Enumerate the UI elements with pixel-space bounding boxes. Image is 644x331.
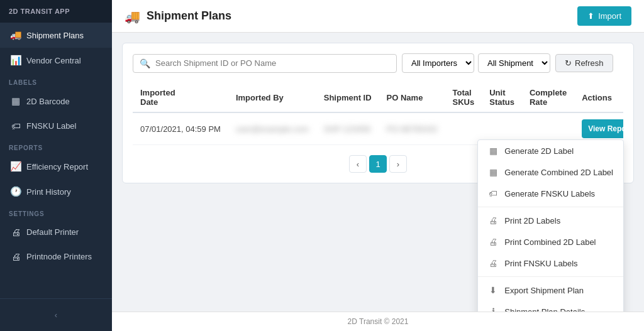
sidebar-item-label: Print History	[26, 187, 71, 197]
po-name-value: PO-98765432	[387, 124, 438, 134]
dropdown-item-print-combined-2d[interactable]: 🖨 Print Combined 2D Label	[478, 231, 623, 252]
col-imported-by: Imported By	[228, 83, 316, 112]
col-unit-status: UnitStatus	[482, 83, 522, 112]
sidebar-item-label: Default Printer	[26, 227, 79, 237]
labels-section: LABELS	[0, 73, 112, 89]
import-button[interactable]: ⬆ Import	[577, 6, 631, 26]
page-truck-icon: 🚚	[125, 9, 140, 24]
dropdown-label: Generate Combined 2D Label	[504, 168, 613, 177]
dropdown-label: Generate FNSKU Labels	[504, 189, 595, 198]
shipment-id-value: SHP-123456	[324, 124, 370, 134]
table-wrap: ImportedDate Imported By Shipment ID PO …	[133, 83, 623, 145]
dropdown-item-print-2d[interactable]: 🖨 Print 2D Labels	[478, 210, 623, 231]
sidebar-item-label: FNSKU Label	[26, 121, 76, 131]
view-report-button[interactable]: View Report	[582, 119, 623, 138]
download-icon: ⬇	[488, 285, 498, 295]
page-1-button[interactable]: 1	[369, 155, 387, 173]
sidebar-item-shipment-plans[interactable]: 🚚 Shipment Plans	[0, 23, 112, 48]
truck-icon: 🚚	[10, 30, 21, 41]
imported-by-value: user@example.com	[236, 124, 309, 134]
page-prev-button[interactable]: ‹	[349, 155, 367, 173]
dropdown-item-export-shipment[interactable]: ⬇ Export Shipment Plan	[478, 279, 623, 301]
actions-dropdown-menu: ▦ Generate 2D Label ▦ Generate Combined …	[477, 139, 624, 312]
sidebar-item-fnsku-label[interactable]: 🏷 FNSKU Label	[0, 114, 112, 138]
cell-shipment-id: SHP-123456	[316, 112, 379, 145]
page-title: Shipment Plans	[147, 9, 231, 23]
sidebar-item-label: 2D Barcode	[26, 97, 70, 106]
importers-select[interactable]: All Importers	[402, 53, 474, 73]
reports-section: REPORTS	[0, 138, 112, 154]
col-complete-rate: CompleteRate	[522, 83, 574, 112]
dropdown-item-shipment-details[interactable]: ℹ Shipment Plan Details	[478, 301, 623, 312]
sidebar-item-2d-barcode[interactable]: ▦ 2D Barcode	[0, 89, 112, 114]
col-shipment-id: Shipment ID	[316, 83, 379, 112]
page-title-row: 🚚 Shipment Plans	[125, 9, 231, 24]
sidebar-item-default-printer[interactable]: 🖨 Default Printer	[0, 220, 112, 244]
select-group: All Importers All Shipment	[402, 53, 550, 73]
printer-icon: 🖨	[10, 227, 21, 237]
dropdown-item-gen-combined-2d[interactable]: ▦ Generate Combined 2D Label	[478, 161, 623, 183]
sidebar-item-print-history[interactable]: 🕐 Print History	[0, 179, 112, 204]
divider-2	[478, 276, 623, 277]
print2-icon: 🖨	[488, 237, 498, 247]
action-btn-group: View Report ›	[582, 119, 623, 138]
col-total-skus: TotalSKUs	[445, 83, 482, 112]
col-imported-date: ImportedDate	[133, 83, 228, 112]
cell-imported-by: user@example.com	[228, 112, 316, 145]
footer-text: 2D Transit © 2021	[348, 317, 409, 326]
dropdown-label: Print FNSKU Labels	[504, 259, 577, 268]
dropdown-label: Print Combined 2D Label	[504, 237, 596, 247]
sidebar-item-label: Efficiency Report	[26, 162, 88, 171]
chart-bar-icon: 📈	[10, 161, 21, 172]
chevron-left-icon: ‹	[55, 310, 57, 320]
sidebar-item-printnode-printers[interactable]: 🖨 Printnode Printers	[0, 244, 112, 269]
content-area: 🔍 All Importers All Shipment ↻ Refresh	[112, 33, 644, 312]
dropdown-label: Shipment Plan Details	[504, 307, 585, 312]
barcode2-icon: ▦	[488, 146, 498, 156]
print3-icon: 🖨	[488, 258, 498, 268]
sidebar-item-label: Vendor Central	[26, 56, 81, 65]
shipment-table: ImportedDate Imported By Shipment ID PO …	[133, 83, 623, 145]
refresh-label: Refresh	[575, 58, 604, 68]
sidebar-collapse-button[interactable]: ‹	[0, 305, 112, 325]
cell-total-skus	[445, 112, 482, 145]
import-icon: ⬆	[587, 11, 594, 21]
sidebar-item-label: Shipment Plans	[26, 31, 84, 40]
import-label: Import	[598, 11, 621, 21]
search-input[interactable]	[155, 58, 390, 68]
cell-imported-date: 07/01/2021, 04:59 PM	[133, 112, 228, 145]
page-header: 🚚 Shipment Plans ⬆ Import	[112, 0, 644, 33]
chart-icon: 📊	[10, 55, 21, 66]
refresh-button[interactable]: ↻ Refresh	[555, 54, 613, 72]
dropdown-label: Export Shipment Plan	[504, 286, 584, 295]
search-icon: 🔍	[140, 58, 150, 68]
sidebar: 2D TRANSIT APP 🚚 Shipment Plans 📊 Vendor…	[0, 0, 112, 331]
sidebar-item-efficiency-report[interactable]: 📈 Efficiency Report	[0, 154, 112, 179]
tag2-icon: 🏷	[488, 188, 498, 198]
barcode-icon: ▦	[10, 95, 21, 107]
refresh-icon: ↻	[565, 58, 572, 68]
page-next-button[interactable]: ›	[389, 155, 407, 173]
tag-icon: 🏷	[10, 121, 21, 131]
barcode3-icon: ▦	[488, 167, 498, 177]
dropdown-item-gen-2d-label[interactable]: ▦ Generate 2D Label	[478, 140, 623, 161]
table-header-row: ImportedDate Imported By Shipment ID PO …	[133, 83, 623, 112]
print-icon: 🖨	[488, 215, 498, 225]
footer: 2D Transit © 2021	[112, 312, 644, 331]
toolbar: 🔍 All Importers All Shipment ↻ Refresh	[133, 53, 623, 73]
history-icon: 🕐	[10, 186, 21, 197]
dropdown-item-gen-fnsku[interactable]: 🏷 Generate FNSKU Labels	[478, 183, 623, 204]
sidebar-item-label: Printnode Printers	[26, 252, 92, 261]
search-box[interactable]: 🔍	[133, 54, 397, 73]
divider-1	[478, 207, 623, 207]
printer2-icon: 🖨	[10, 251, 21, 262]
shipment-select[interactable]: All Shipment	[478, 53, 550, 73]
dropdown-item-print-fnsku[interactable]: 🖨 Print FNSKU Labels	[478, 252, 623, 274]
dropdown-label: Generate 2D Label	[504, 146, 574, 156]
dropdown-label: Print 2D Labels	[504, 216, 560, 225]
col-po-name: PO Name	[379, 83, 445, 112]
settings-section: SETTINGS	[0, 204, 112, 220]
info-icon: ℹ	[488, 307, 498, 312]
cell-po-name: PO-98765432	[379, 112, 445, 145]
sidebar-item-vendor-central[interactable]: 📊 Vendor Central	[0, 48, 112, 73]
